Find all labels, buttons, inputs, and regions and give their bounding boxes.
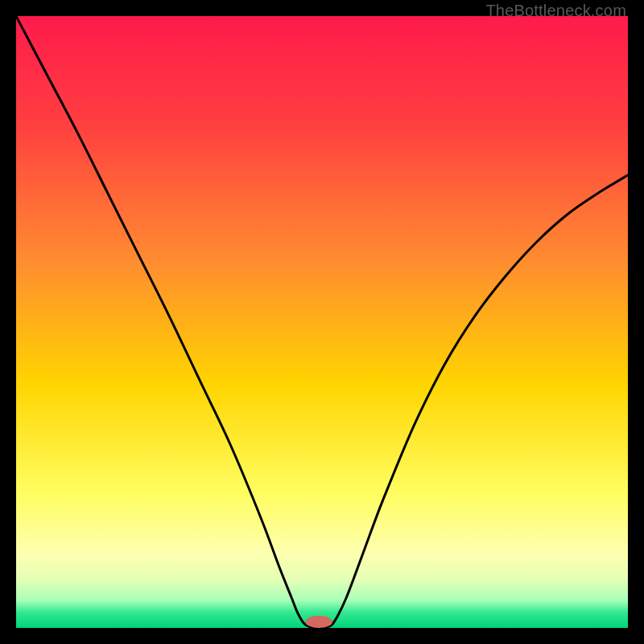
chart-frame: TheBottleneck.com <box>0 0 644 644</box>
min-marker <box>305 616 332 628</box>
plot-area <box>16 16 628 628</box>
plot-svg <box>16 16 628 628</box>
gradient-background <box>16 16 628 628</box>
